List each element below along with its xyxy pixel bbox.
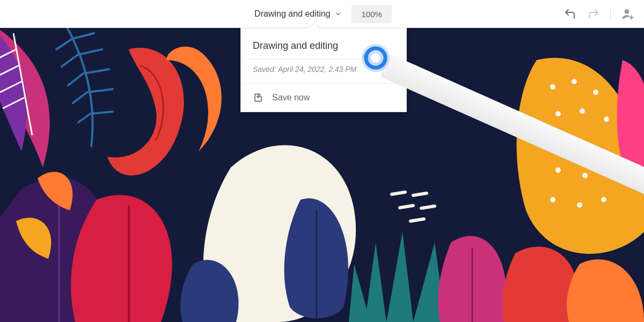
popover-title[interactable]: Drawing and editing xyxy=(253,40,338,56)
svg-point-16 xyxy=(569,141,574,146)
svg-point-21 xyxy=(550,197,555,202)
svg-point-13 xyxy=(580,108,585,114)
svg-point-19 xyxy=(582,173,588,178)
add-user-button[interactable] xyxy=(620,7,634,21)
document-popover: Drawing and editing Saved: April 24, 202… xyxy=(240,28,407,112)
toolbar-center: Drawing and editing 100% xyxy=(252,5,392,23)
popover-saved-text: Saved: April 24, 2022, 2:43 PM xyxy=(241,60,406,84)
svg-point-17 xyxy=(593,146,598,151)
svg-line-27 xyxy=(421,206,435,208)
save-now-label: Save now xyxy=(272,93,310,103)
svg-point-18 xyxy=(555,167,561,173)
toolbar: Drawing and editing 100% xyxy=(0,0,644,28)
svg-line-26 xyxy=(400,206,413,208)
svg-point-20 xyxy=(606,170,612,175)
divider xyxy=(610,8,611,20)
svg-line-28 xyxy=(411,219,424,221)
redo-button[interactable] xyxy=(587,7,601,21)
svg-point-23 xyxy=(601,197,606,202)
undo-button[interactable] xyxy=(563,7,577,21)
svg-point-9 xyxy=(550,84,555,90)
svg-point-22 xyxy=(577,202,582,208)
redo-icon xyxy=(587,8,600,20)
document-title-dropdown[interactable]: Drawing and editing xyxy=(252,6,344,22)
save-icon xyxy=(253,92,264,103)
svg-point-12 xyxy=(555,111,561,116)
document-title: Drawing and editing xyxy=(254,9,330,19)
svg-point-11 xyxy=(593,90,598,95)
add-user-icon xyxy=(620,7,634,21)
svg-line-25 xyxy=(413,193,427,195)
svg-point-0 xyxy=(625,9,630,14)
svg-point-10 xyxy=(572,79,577,84)
svg-point-15 xyxy=(545,138,550,143)
toolbar-right xyxy=(563,7,634,21)
undo-icon xyxy=(564,8,576,20)
svg-point-14 xyxy=(604,116,609,122)
chevron-down-icon xyxy=(335,10,342,18)
save-now-button[interactable]: Save now xyxy=(241,84,406,112)
zoom-level-button[interactable]: 100% xyxy=(352,5,392,23)
svg-line-24 xyxy=(392,192,405,194)
